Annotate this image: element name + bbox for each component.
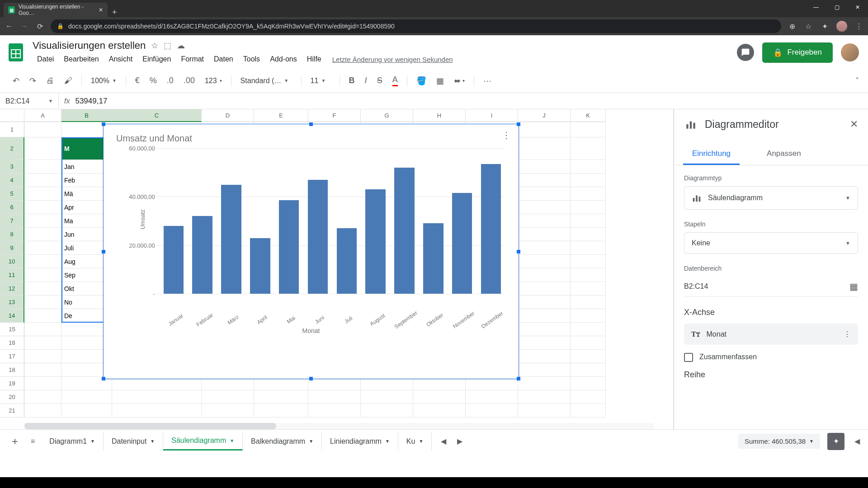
cell-K21[interactable]	[571, 404, 606, 418]
cell-J17[interactable]	[518, 350, 571, 363]
cell-J7[interactable]	[518, 214, 571, 228]
window-maximize-button[interactable]: ▢	[826, 0, 847, 14]
cell-G21[interactable]	[361, 404, 413, 418]
cell-B20[interactable]	[61, 390, 112, 404]
select-range-icon[interactable]: ▦	[849, 281, 858, 292]
fill-color-button[interactable]: 🪣	[413, 73, 430, 89]
chart-type-select[interactable]: Säulendiagramm ▼	[684, 186, 858, 210]
cell-J9[interactable]	[518, 241, 571, 255]
menu-add-ons[interactable]: Add-ons	[265, 53, 302, 65]
cell-A15[interactable]	[24, 323, 61, 336]
font-size-select[interactable]: 11▼	[307, 75, 334, 87]
cell-C20[interactable]	[112, 390, 202, 404]
percent-button[interactable]: %	[146, 73, 160, 88]
strikethrough-button[interactable]: S	[373, 73, 386, 88]
cell-K9[interactable]	[571, 241, 606, 255]
cell-A3[interactable]	[24, 160, 61, 174]
decrease-decimal-button[interactable]: .0	[163, 73, 177, 88]
x-axis-chip[interactable]: Tᴛ Monat ⋮	[684, 324, 858, 345]
close-sidebar-button[interactable]: ✕	[850, 118, 858, 130]
sheets-logo[interactable]	[5, 39, 27, 66]
row-header-2[interactable]: 2	[0, 137, 24, 160]
cell-K2[interactable]	[571, 137, 606, 160]
cell-J14[interactable]	[518, 309, 571, 323]
column-header-B[interactable]: B	[61, 109, 112, 122]
row-header-12[interactable]: 12	[0, 282, 24, 296]
bar-Mai[interactable]	[279, 200, 299, 294]
cell-A8[interactable]	[24, 228, 61, 241]
cell-A9[interactable]	[24, 241, 61, 255]
quicksum-display[interactable]: Summe: 460.505,38 ▼	[738, 434, 820, 449]
cell-J4[interactable]	[518, 174, 571, 187]
browser-profile-avatar[interactable]	[836, 21, 847, 32]
close-tab-icon[interactable]: ✕	[99, 7, 103, 13]
bar-Juni[interactable]	[308, 180, 328, 294]
menu-format[interactable]: Format	[176, 53, 208, 65]
menu-daten[interactable]: Daten	[209, 53, 238, 65]
cell-J12[interactable]	[518, 282, 571, 296]
row-header-20[interactable]: 20	[0, 390, 24, 404]
chevron-down-icon[interactable]: ▼	[150, 439, 155, 444]
cell-G20[interactable]	[361, 390, 413, 404]
row-header-8[interactable]: 8	[0, 228, 24, 241]
row-header-21[interactable]: 21	[0, 404, 24, 418]
cell-J10[interactable]	[518, 255, 571, 268]
cell-J6[interactable]	[518, 201, 571, 214]
explore-button[interactable]: ✦	[827, 433, 844, 450]
bar-Februar[interactable]	[192, 216, 212, 294]
cell-A19[interactable]	[24, 377, 61, 390]
italic-button[interactable]: I	[361, 73, 371, 88]
cell-I21[interactable]	[466, 404, 518, 418]
sheet-tab-liniendiagramm[interactable]: Liniendiagramm▼	[322, 432, 398, 450]
cell-K17[interactable]	[571, 350, 606, 363]
cell-K5[interactable]	[571, 187, 606, 201]
cell-K14[interactable]	[571, 309, 606, 323]
column-header-H[interactable]: H	[413, 109, 466, 122]
embedded-chart[interactable]: ⋮ Umsatz und Monat Umsatz 60.000,0040.00…	[103, 124, 519, 379]
cell-F20[interactable]	[308, 390, 361, 404]
cell-A6[interactable]	[24, 201, 61, 214]
row-header-7[interactable]: 7	[0, 214, 24, 228]
menu-bearbeiten[interactable]: Bearbeiten	[59, 53, 103, 65]
cell-K7[interactable]	[571, 214, 606, 228]
cell-A13[interactable]	[24, 296, 61, 309]
cell-J13[interactable]	[518, 296, 571, 309]
extensions-icon[interactable]: ✦	[820, 22, 829, 31]
cell-J8[interactable]	[518, 228, 571, 241]
bar-Oktober[interactable]	[423, 223, 443, 294]
cell-E20[interactable]	[254, 390, 308, 404]
column-header-J[interactable]: J	[518, 109, 571, 122]
last-edit-link[interactable]: Letzte Änderung vor wenigen Sekunden	[332, 56, 453, 63]
comments-button[interactable]	[737, 44, 754, 61]
star-icon[interactable]: ☆	[151, 41, 158, 51]
column-header-G[interactable]: G	[361, 109, 413, 122]
tab-setup[interactable]: Einrichtung	[683, 144, 740, 165]
window-close-button[interactable]: ✕	[847, 0, 868, 14]
cell-J18[interactable]	[518, 363, 571, 377]
merge-button[interactable]: ⬌▾	[450, 73, 468, 89]
increase-decimal-button[interactable]: .00	[180, 73, 198, 88]
stacking-select[interactable]: Keine ▼	[684, 232, 858, 254]
cell-E21[interactable]	[254, 404, 308, 418]
bar-August[interactable]	[365, 189, 386, 294]
bar-Juli[interactable]	[337, 228, 357, 294]
row-header-1[interactable]: 1	[0, 122, 24, 137]
text-color-button[interactable]: A	[389, 72, 401, 89]
chart-menu-button[interactable]: ⋮	[502, 130, 510, 141]
cell-J11[interactable]	[518, 268, 571, 282]
cell-A18[interactable]	[24, 363, 61, 377]
cell-K20[interactable]	[571, 390, 606, 404]
row-header-17[interactable]: 17	[0, 350, 24, 363]
chevron-down-icon[interactable]: ▼	[90, 439, 95, 444]
address-bar[interactable]: 🔒 docs.google.com/spreadsheets/d/16sZAG8…	[51, 19, 781, 33]
bar-November[interactable]	[452, 193, 472, 294]
cell-J16[interactable]	[518, 336, 571, 350]
bar-Dezember[interactable]	[481, 164, 501, 294]
browser-tab[interactable]: ▦ Visualisierungen erstellen - Goo… ✕	[4, 3, 108, 17]
cell-K16[interactable]	[571, 336, 606, 350]
currency-button[interactable]: €	[132, 73, 143, 88]
row-header-14[interactable]: 14	[0, 309, 24, 323]
column-header-F[interactable]: F	[308, 109, 361, 122]
menu-datei[interactable]: Datei	[33, 53, 58, 65]
column-header-K[interactable]: K	[571, 109, 606, 122]
